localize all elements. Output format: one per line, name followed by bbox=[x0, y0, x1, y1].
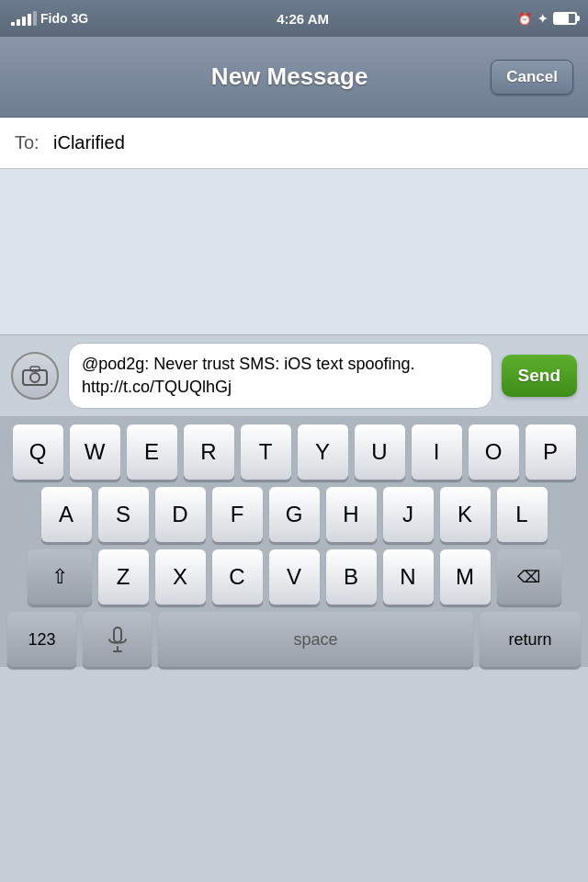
key-o[interactable]: O bbox=[469, 424, 519, 480]
key-y[interactable]: Y bbox=[298, 424, 348, 480]
svg-point-1 bbox=[30, 373, 40, 382]
delete-key[interactable]: ⌫ bbox=[497, 549, 561, 605]
key-t[interactable]: T bbox=[241, 424, 291, 480]
numbers-key[interactable]: 123 bbox=[7, 612, 76, 667]
keyboard-row-1: Q W E R T Y U I O P bbox=[0, 424, 588, 480]
to-field: To: iClarified bbox=[0, 118, 588, 169]
key-e[interactable]: E bbox=[127, 424, 177, 480]
input-row: @pod2g: Never trust SMS: iOS text spoofi… bbox=[0, 334, 588, 417]
nav-bar: New Message Cancel bbox=[0, 37, 588, 118]
camera-button[interactable] bbox=[11, 352, 59, 400]
key-d[interactable]: D bbox=[155, 487, 206, 542]
to-label: To: bbox=[15, 132, 42, 153]
key-w[interactable]: W bbox=[70, 424, 120, 480]
key-z[interactable]: Z bbox=[98, 549, 149, 605]
svg-rect-3 bbox=[114, 628, 121, 642]
key-m[interactable]: M bbox=[440, 549, 491, 605]
status-time: 4:26 AM bbox=[277, 11, 329, 27]
key-p[interactable]: P bbox=[526, 424, 576, 480]
keyboard-row-4: 123 space return bbox=[0, 612, 588, 667]
microphone-icon bbox=[107, 627, 128, 652]
key-g[interactable]: G bbox=[269, 487, 320, 542]
network-label: 3G bbox=[72, 11, 89, 26]
status-left: Fido 3G bbox=[11, 11, 88, 26]
carrier-label: Fido bbox=[40, 11, 68, 26]
key-x[interactable]: X bbox=[155, 549, 206, 605]
key-c[interactable]: C bbox=[212, 549, 263, 605]
svg-rect-2 bbox=[30, 367, 40, 371]
camera-icon bbox=[22, 366, 48, 386]
bluetooth-icon: ✦ bbox=[537, 12, 548, 26]
keyboard-row-3: ⇧ Z X C V B N M ⌫ bbox=[0, 549, 588, 605]
key-n[interactable]: N bbox=[383, 549, 434, 605]
send-button[interactable]: Send bbox=[502, 355, 577, 397]
key-j[interactable]: J bbox=[383, 487, 434, 542]
key-k[interactable]: K bbox=[440, 487, 491, 542]
nav-title: New Message bbox=[88, 62, 491, 91]
recipient-value: iClarified bbox=[53, 132, 125, 153]
keyboard: Q W E R T Y U I O P A S D F G H J K L ⇧ … bbox=[0, 417, 588, 667]
key-h[interactable]: H bbox=[326, 487, 377, 542]
key-l[interactable]: L bbox=[497, 487, 548, 542]
shift-icon: ⇧ bbox=[51, 565, 68, 589]
key-q[interactable]: Q bbox=[13, 424, 63, 480]
status-bar: Fido 3G 4:26 AM ⏰ ✦ bbox=[0, 0, 588, 37]
key-u[interactable]: U bbox=[355, 424, 405, 480]
message-area bbox=[0, 169, 588, 334]
key-v[interactable]: V bbox=[269, 549, 320, 605]
message-input[interactable]: @pod2g: Never trust SMS: iOS text spoofi… bbox=[68, 343, 492, 409]
mic-key[interactable] bbox=[83, 612, 152, 667]
cancel-button[interactable]: Cancel bbox=[491, 60, 573, 95]
key-s[interactable]: S bbox=[98, 487, 149, 542]
key-i[interactable]: I bbox=[412, 424, 462, 480]
key-b[interactable]: B bbox=[326, 549, 377, 605]
signal-bars bbox=[11, 11, 37, 26]
return-key[interactable]: return bbox=[480, 612, 581, 667]
alarm-icon: ⏰ bbox=[517, 12, 532, 26]
message-text: @pod2g: Never trust SMS: iOS text spoofi… bbox=[82, 353, 479, 399]
shift-key[interactable]: ⇧ bbox=[28, 549, 92, 605]
key-f[interactable]: F bbox=[212, 487, 263, 542]
space-key[interactable]: space bbox=[158, 612, 473, 667]
keyboard-row-2: A S D F G H J K L bbox=[0, 487, 588, 542]
key-r[interactable]: R bbox=[184, 424, 234, 480]
key-a[interactable]: A bbox=[41, 487, 92, 542]
battery-icon bbox=[553, 12, 577, 25]
status-right: ⏰ ✦ bbox=[517, 12, 577, 26]
